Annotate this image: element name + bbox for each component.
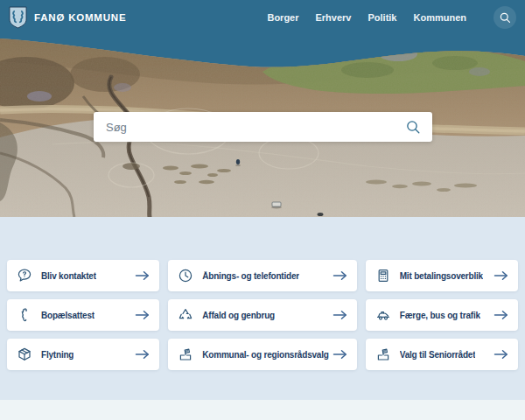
arrow-right-icon: [131, 270, 150, 281]
ballot-box-icon: [177, 346, 194, 363]
card-bliv-kontaktet[interactable]: Bliv kontaktet: [7, 260, 159, 291]
card-flytning[interactable]: Flytning: [7, 339, 159, 370]
next-section-band: [0, 400, 525, 420]
arrow-right-icon: [329, 310, 348, 320]
seahorse-icon: [16, 306, 33, 324]
arrow-right-icon: [490, 349, 509, 360]
card-label: Bliv kontaktet: [41, 271, 96, 281]
recycle-icon: [177, 306, 194, 324]
car-icon: [374, 306, 392, 324]
card-label: Affald og genbrug: [202, 311, 275, 320]
card-mit-betalingsoverblik[interactable]: Mit betalingsoverblik: [366, 260, 518, 291]
main-nav: Borger Erhverv Politik Kommunen: [267, 6, 516, 29]
card-label: Bopælsattest: [41, 311, 94, 320]
nav-item-borger[interactable]: Borger: [267, 12, 298, 23]
arrow-right-icon: [490, 310, 509, 320]
card-faerge-bus-og-trafik[interactable]: Færge, bus og trafik: [366, 299, 518, 331]
arrow-right-icon: [329, 349, 348, 360]
hero-section: FANØ KOMMUNE Borger Erhverv Politik Komm…: [0, 0, 525, 217]
chat-question-icon: [16, 267, 33, 284]
arrow-right-icon: [131, 310, 150, 320]
fanoe-kommune-homepage: FANØ KOMMUNE Borger Erhverv Politik Komm…: [0, 0, 525, 420]
arrow-right-icon: [131, 349, 150, 360]
card-affald-og-genbrug[interactable]: Affald og genbrug: [168, 299, 356, 331]
search-input[interactable]: [94, 121, 402, 134]
arrow-right-icon: [329, 270, 348, 281]
logo[interactable]: FANØ KOMMUNE: [9, 6, 126, 29]
search-icon: [499, 11, 512, 24]
clock-icon: [177, 267, 194, 284]
ballot-box-icon: [374, 346, 392, 363]
card-label: Kommunal- og regionsrådsvalg: [202, 350, 328, 360]
search-icon: [405, 119, 422, 136]
quick-links-grid: Bliv kontaktet Åbnings- og telefontider: [7, 260, 518, 370]
arrow-right-icon: [490, 270, 509, 281]
card-label: Færge, bus og trafik: [400, 311, 480, 320]
nav-item-kommunen[interactable]: Kommunen: [414, 12, 467, 23]
calculator-icon: [374, 267, 392, 284]
site-title: FANØ KOMMUNE: [34, 12, 126, 23]
card-aabnings-og-telefontider[interactable]: Åbnings- og telefontider: [168, 260, 356, 291]
fanoe-crest-icon: [9, 6, 27, 29]
moving-box-icon: [16, 346, 33, 363]
card-label: Valg til Seniorrådet: [400, 350, 476, 360]
hero-search-bar: [94, 112, 432, 142]
header: FANØ KOMMUNE Borger Erhverv Politik Komm…: [0, 0, 525, 35]
header-search-button[interactable]: [494, 6, 516, 29]
search-submit-button[interactable]: [402, 119, 432, 136]
card-label: Flytning: [41, 350, 74, 360]
card-bopaelsattest[interactable]: Bopælsattest: [7, 299, 159, 331]
card-label: Åbnings- og telefontider: [202, 271, 299, 281]
card-kommunal-og-regionsraadsvalg[interactable]: Kommunal- og regionsrådsvalg: [168, 339, 356, 370]
card-valg-til-seniorraadet[interactable]: Valg til Seniorrådet: [366, 339, 518, 370]
nav-item-erhverv[interactable]: Erhverv: [316, 12, 352, 23]
card-label: Mit betalingsoverblik: [400, 271, 483, 281]
nav-item-politik[interactable]: Politik: [368, 12, 396, 23]
